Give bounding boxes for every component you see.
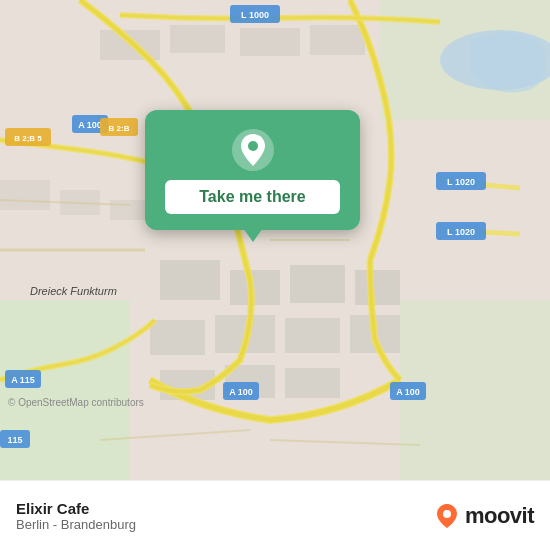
svg-text:B 2:B: B 2:B	[109, 124, 130, 133]
location-info: Elixir Cafe Berlin - Brandenburg	[16, 500, 136, 532]
svg-rect-10	[290, 265, 345, 303]
moovit-logo: moovit	[433, 502, 534, 530]
svg-text:B 2;B 5: B 2;B 5	[14, 134, 42, 143]
take-me-there-button[interactable]: Take me there	[165, 180, 340, 214]
map-background: A 100 A 100 A 100 B 2;B 5 B 2:B L 1000 L…	[0, 0, 550, 480]
svg-rect-5	[0, 180, 50, 210]
location-pin-icon	[231, 128, 275, 172]
svg-rect-1	[0, 300, 130, 480]
bottom-bar: Elixir Cafe Berlin - Brandenburg moovit	[0, 480, 550, 550]
svg-rect-7	[110, 200, 145, 220]
svg-rect-18	[285, 368, 340, 398]
svg-text:L 1020: L 1020	[447, 227, 475, 237]
popup-card[interactable]: Take me there	[145, 110, 360, 230]
svg-rect-11	[355, 270, 400, 305]
svg-text:A 100: A 100	[396, 387, 420, 397]
svg-text:L 1000: L 1000	[241, 10, 269, 20]
place-name: Elixir Cafe	[16, 500, 136, 517]
svg-rect-12	[150, 320, 205, 355]
map-container[interactable]: A 100 A 100 A 100 B 2;B 5 B 2:B L 1000 L…	[0, 0, 550, 480]
svg-rect-14	[285, 318, 340, 353]
svg-text:A 100: A 100	[229, 387, 253, 397]
svg-rect-21	[240, 28, 300, 56]
svg-text:115: 115	[7, 435, 22, 445]
svg-point-54	[443, 510, 451, 518]
svg-text:A 115: A 115	[11, 375, 35, 385]
place-region: Berlin - Brandenburg	[16, 517, 136, 532]
copyright-notice: © OpenStreetMap contributors	[8, 397, 144, 408]
svg-text:L 1020: L 1020	[447, 177, 475, 187]
svg-text:A 100: A 100	[78, 120, 102, 130]
moovit-pin-icon	[433, 502, 461, 530]
svg-point-53	[248, 141, 258, 151]
svg-rect-9	[230, 270, 280, 305]
svg-rect-8	[160, 260, 220, 300]
moovit-brand-text: moovit	[465, 503, 534, 529]
svg-text:Dreieck Funkturm: Dreieck Funkturm	[30, 285, 117, 297]
svg-rect-22	[310, 25, 365, 55]
svg-rect-20	[170, 25, 225, 53]
